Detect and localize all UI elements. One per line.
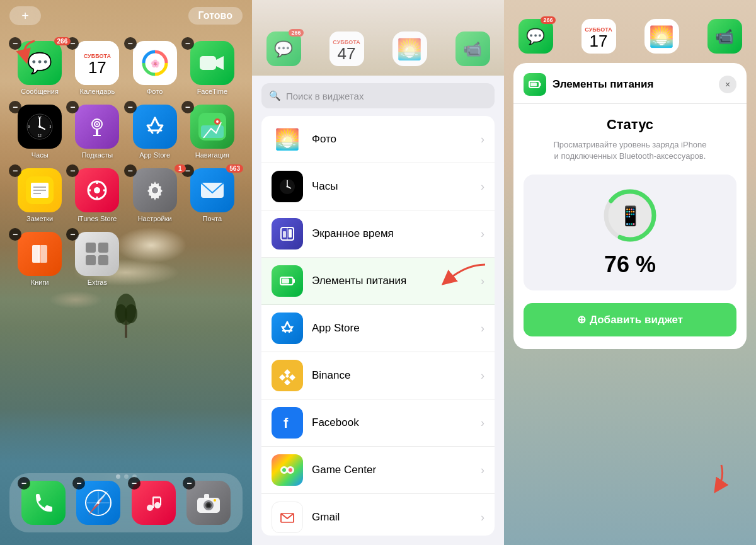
svg-text:3: 3 — [50, 125, 52, 129]
svg-rect-7 — [200, 56, 216, 70]
app-appstore[interactable]: − App Store — [128, 105, 182, 159]
minus-settings[interactable]: − — [124, 164, 137, 177]
minus-dock-music[interactable]: − — [128, 477, 140, 490]
add-widget-prefix: ⊕ — [577, 313, 586, 326]
app-facetime[interactable]: − FaceTime — [185, 41, 239, 95]
svg-marker-8 — [216, 56, 224, 70]
svg-point-40 — [152, 187, 158, 193]
widget-item-clock[interactable]: Часы › — [261, 163, 495, 210]
widget-icon-screentime — [272, 218, 303, 250]
add-widget-home-button[interactable]: + — [9, 6, 41, 25]
minus-photos[interactable]: − — [124, 37, 137, 50]
minus-notes[interactable]: − — [9, 164, 21, 177]
app-extras[interactable]: − Extras — [70, 232, 124, 286]
minus-maps[interactable]: − — [181, 101, 194, 113]
widget-name-photos: Фото — [312, 133, 336, 146]
widget-item-gamecenter[interactable]: Game Center › — [261, 447, 495, 494]
app-notes[interactable]: − Заметки — [13, 168, 67, 222]
widget-name-battery: Элементы питания — [312, 275, 406, 287]
label-extras: Extras — [88, 278, 107, 286]
app-settings[interactable]: − 1 Настройки — [128, 168, 182, 222]
chevron-photos: › — [481, 133, 484, 146]
home-top-bar: + Готово — [0, 6, 252, 25]
dock-safari[interactable]: − — [76, 481, 120, 525]
minus-messages[interactable]: − — [9, 37, 21, 50]
app-clock[interactable]: − 12 12 9 3 Часы — [13, 105, 67, 159]
widget-icon-facebook: f — [272, 407, 303, 439]
svg-marker-82 — [284, 379, 290, 385]
widget-item-screentime[interactable]: Экранное время › — [261, 210, 495, 258]
done-button[interactable]: Готово — [188, 7, 243, 25]
chevron-clock: › — [481, 180, 484, 193]
widget-icon-gmail — [272, 502, 303, 533]
icon-settings — [133, 168, 177, 212]
app-books[interactable]: − Книги — [13, 232, 67, 286]
phone-icon-battery: 📱 — [619, 205, 642, 227]
app-mail[interactable]: − 563 Почта — [185, 168, 239, 222]
app-photos[interactable]: − 🌸 Фото — [128, 41, 182, 95]
add-widget-label: Добавить виджет — [590, 314, 683, 326]
detail-sheet: Элементы питания × Статус Просматривайте… — [513, 63, 747, 349]
widget-item-gmail[interactable]: Gmail › — [261, 494, 495, 536]
svg-text:12: 12 — [38, 134, 42, 137]
app-maps[interactable]: − Навигация — [185, 105, 239, 159]
icon-podcasts — [75, 105, 119, 149]
mini-calendar: Суббота 47 — [329, 32, 364, 66]
svg-point-87 — [282, 468, 286, 472]
search-icon: 🔍 — [269, 90, 281, 101]
detail-body: Статус Просматривайте уровень заряда iPh… — [513, 104, 747, 349]
icon-extras — [75, 232, 119, 276]
detail-mini-calendar: Суббота 17 — [581, 19, 616, 54]
chevron-gmail: › — [481, 511, 484, 524]
add-widget-button[interactable]: ⊕ Добавить виджет — [524, 303, 736, 336]
minus-appstore[interactable]: − — [124, 101, 137, 113]
app-calendar[interactable]: − Суббота 17 Календарь — [70, 41, 124, 95]
app-itunes[interactable]: − iTunes Store — [70, 168, 124, 222]
dock-camera[interactable]: − — [186, 481, 231, 525]
minus-clock[interactable]: − — [9, 101, 21, 113]
mini-facetime: 📹 — [455, 32, 490, 66]
label-clock: Часы — [32, 151, 49, 159]
widget-name-screentime: Экранное время — [312, 227, 394, 240]
label-calendar: Календарь — [80, 88, 115, 95]
label-podcasts: Подкасты — [81, 151, 113, 159]
dock: − − − — [9, 473, 243, 532]
detail-mini-facetime: 📹 — [707, 19, 742, 54]
widget-item-battery[interactable]: Элементы питания › — [261, 258, 495, 305]
battery-widget-card: 📱 76 % — [524, 175, 736, 290]
search-placeholder-text: Поиск в виджетах — [286, 91, 364, 101]
svg-rect-48 — [98, 255, 108, 265]
icon-calendar: Суббота 17 — [75, 41, 119, 85]
widget-search-panel: 266 💬 Суббота 47 🌅 📹 🔍 Поиск в виджетах … — [252, 0, 504, 545]
dock-phone[interactable]: − — [21, 481, 66, 525]
widget-name-gmail: Gmail — [312, 511, 340, 524]
svg-rect-92 — [530, 83, 537, 86]
close-button[interactable]: × — [719, 76, 736, 93]
detail-header: Элементы питания × — [513, 63, 747, 104]
minus-facetime[interactable]: − — [181, 37, 194, 50]
icon-messages: 💬 — [18, 41, 62, 85]
widget-item-facebook[interactable]: f Facebook › — [261, 399, 495, 447]
dock-music[interactable]: − — [132, 481, 176, 525]
minus-books[interactable]: − — [9, 228, 21, 241]
icon-facetime — [190, 41, 234, 85]
app-messages[interactable]: − 266 💬 Сообщения — [13, 41, 67, 95]
badge-mail: 563 — [226, 164, 243, 173]
app-podcasts[interactable]: − Подкасты — [70, 105, 124, 159]
detail-header-icon — [524, 73, 546, 96]
app-grid: − 266 💬 Сообщения − Суббота 17 Календарь… — [0, 35, 252, 292]
widget-list: 🌅 Фото › Часы › — [261, 116, 495, 536]
widget-search-bar[interactable]: 🔍 Поиск в виджетах — [261, 83, 495, 108]
widget-top-blur: 266 💬 Суббота 47 🌅 📹 — [252, 0, 504, 76]
svg-rect-64 — [204, 494, 209, 499]
widget-item-binance[interactable]: Binance › — [261, 352, 495, 399]
label-facetime: FaceTime — [197, 88, 228, 95]
widget-item-photos[interactable]: 🌅 Фото › — [261, 116, 495, 163]
label-settings: Настройки — [138, 215, 172, 222]
widget-item-appstore[interactable]: App Store › — [261, 305, 495, 352]
svg-marker-52 — [93, 490, 108, 508]
svg-point-3 — [125, 304, 137, 323]
chevron-facebook: › — [481, 416, 484, 430]
minus-dock-phone[interactable]: − — [18, 477, 30, 490]
icon-itunes — [75, 168, 119, 212]
